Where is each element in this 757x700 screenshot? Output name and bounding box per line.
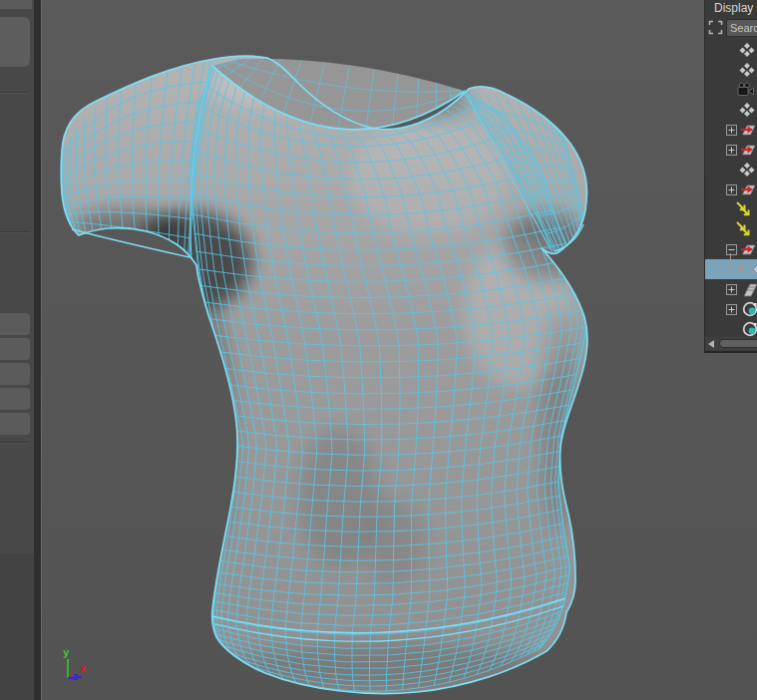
transform-node-icon (740, 181, 757, 197)
left-panel-button[interactable] (0, 413, 30, 435)
left-panel-button[interactable] (0, 388, 30, 410)
display-menu[interactable]: Display (705, 0, 757, 17)
transform-node-icon (740, 142, 757, 158)
mesh-shape-icon (752, 261, 757, 277)
left-panel-strip (0, 0, 34, 700)
ik-handle-icon (735, 221, 751, 237)
outliner-row[interactable] (705, 80, 757, 100)
panel-splitter[interactable] (34, 0, 41, 700)
left-panel-lower-area (0, 553, 34, 700)
material-swatch-icon (742, 301, 757, 317)
left-panel-divider (0, 442, 30, 443)
hierarchy-connector (730, 253, 731, 269)
outliner-row[interactable] (705, 160, 757, 179)
filter-icon[interactable] (708, 20, 723, 35)
outliner-row[interactable] (705, 120, 757, 140)
set-icon (739, 42, 755, 58)
material-swatch-icon (742, 321, 757, 337)
ik-handle-icon (735, 201, 751, 217)
outliner-row[interactable] (705, 199, 757, 219)
expand-toggle[interactable] (726, 184, 737, 195)
left-panel-button[interactable] (0, 338, 30, 360)
expand-toggle[interactable] (726, 284, 737, 295)
set-icon (739, 102, 755, 118)
outliner-row[interactable] (705, 259, 757, 279)
outliner-row[interactable] (705, 299, 757, 319)
left-panel-divider (0, 231, 30, 232)
horizontal-scrollbar[interactable] (705, 337, 757, 350)
viewport-edge-highlight (41, 0, 42, 700)
axis-z-label: z (72, 670, 79, 683)
set-icon (739, 162, 755, 177)
outliner-rows (705, 40, 757, 339)
view-axis-gizmo[interactable]: y z x (56, 639, 102, 685)
left-panel-divider (0, 92, 30, 93)
viewport-3d-canvas[interactable] (0, 0, 757, 700)
outliner-row[interactable] (705, 239, 757, 259)
geometry-group-icon (742, 281, 757, 297)
expand-toggle[interactable] (726, 125, 737, 136)
outliner-row[interactable] (705, 179, 757, 199)
outliner-panel: Display (704, 0, 757, 353)
camera-icon (737, 82, 754, 98)
outliner-row[interactable] (705, 279, 757, 299)
hierarchy-connector (730, 269, 738, 270)
search-input[interactable] (726, 19, 757, 37)
left-panel-button[interactable] (0, 363, 30, 385)
tshirt-mesh (61, 56, 588, 693)
outliner-row[interactable] (705, 319, 757, 339)
hierarchy-connector-dot (738, 266, 744, 272)
scroll-left-arrow-icon[interactable] (708, 340, 714, 348)
expand-toggle[interactable] (726, 304, 737, 315)
left-panel-button[interactable] (0, 17, 30, 67)
outliner-row[interactable] (705, 219, 757, 239)
outliner-row[interactable] (705, 100, 757, 120)
outliner-search-row (705, 17, 757, 40)
axis-y-label: y (63, 646, 70, 659)
expand-toggle[interactable] (726, 145, 737, 156)
outliner-row[interactable] (705, 40, 757, 60)
left-panel-button[interactable] (0, 313, 30, 335)
collapse-toggle[interactable] (726, 244, 737, 255)
set-icon (739, 62, 755, 78)
axis-x-label: x (80, 662, 87, 675)
outliner-row[interactable] (705, 140, 757, 160)
outliner-row[interactable] (705, 60, 757, 80)
left-panel-tab[interactable] (0, 0, 32, 9)
application-window: y z x Display (0, 0, 757, 700)
transform-node-icon (740, 241, 757, 257)
scrollbar-thumb[interactable] (719, 339, 757, 348)
transform-node-icon (740, 122, 757, 138)
